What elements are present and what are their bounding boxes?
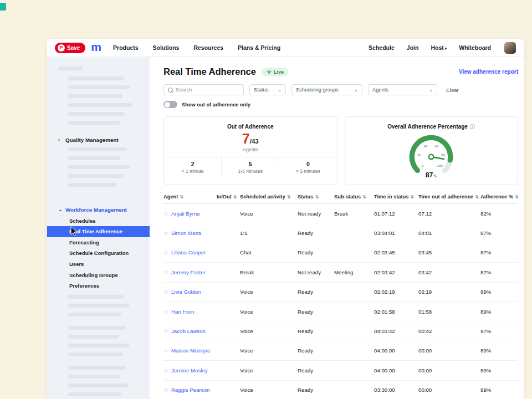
- agent-name-link[interactable]: Jerome Mosley: [171, 367, 208, 374]
- sidebar-item-real-time-adherence[interactable]: Real Time Adherence: [47, 226, 150, 237]
- gauge-tick-label: 40: [424, 144, 428, 148]
- star-icon[interactable]: ☆: [163, 387, 168, 393]
- column-label: Scheduled activity: [240, 194, 285, 200]
- search-input[interactable]: Search: [163, 84, 244, 95]
- scheduling-groups-dropdown[interactable]: Scheduling groups ⌄: [291, 84, 362, 95]
- table-row[interactable]: ☆ Simon Meza 1:1 Ready 03:04:01 04:01 87…: [163, 223, 518, 243]
- sidebar-item-quality-management[interactable]: › Quality Management: [47, 135, 150, 144]
- star-icon[interactable]: ☆: [163, 230, 168, 236]
- star-icon[interactable]: ☆: [163, 367, 168, 374]
- nav-item-solutions[interactable]: Solutions: [153, 44, 180, 51]
- table-row[interactable]: ☆ Hari Horn Voice Ready 02:01:58 01:58 8…: [163, 302, 518, 321]
- star-icon[interactable]: ☆: [163, 211, 168, 217]
- table-row[interactable]: ☆ Reggie Pearson Voice Ready 03:30:00 00…: [163, 381, 518, 399]
- sidebar-item-forecasting[interactable]: Forecasting: [47, 237, 150, 248]
- column-label: Time in status: [374, 194, 408, 200]
- table-row[interactable]: ☆ Jacob Lawson Voice Ready 04:03:42 00:4…: [163, 321, 518, 341]
- sidebar: › Quality Management ⌄ Workforce Managem…: [47, 57, 150, 399]
- column-header-scheduled-activity[interactable]: Scheduled activity⇅: [240, 194, 298, 200]
- nav-item-plans-pricing[interactable]: Plans & Pricing: [238, 44, 280, 51]
- star-icon[interactable]: ☆: [163, 309, 168, 315]
- column-header-agent[interactable]: Agent⇅: [163, 194, 217, 200]
- agent-name-link[interactable]: Simon Meza: [171, 230, 201, 236]
- gauge-chart: 020406080100 87%: [390, 129, 473, 183]
- out-count-value: 7: [242, 132, 250, 146]
- sort-icon[interactable]: ⇅: [475, 195, 479, 200]
- agent-name-link[interactable]: Jeremy Foster: [171, 269, 206, 275]
- nav-item-products[interactable]: Products: [113, 44, 139, 51]
- column-header-in-out[interactable]: In/Out⇅: [217, 194, 240, 200]
- top-navigation: P Save m Products Solutions Resources Pl…: [47, 39, 524, 57]
- adherence-percent-cell: 89%: [480, 387, 518, 393]
- skeleton-bar: [68, 366, 126, 370]
- skeleton-bar: [68, 174, 124, 178]
- column-header-time-out-of-adherence[interactable]: Time out of adherence⇅: [418, 194, 480, 200]
- sidebar-item-scheduling-groups[interactable]: Scheduling Groups: [47, 269, 150, 280]
- out-of-adherence-toggle[interactable]: [163, 101, 177, 108]
- sort-icon[interactable]: ⇅: [362, 195, 366, 200]
- agents-dropdown[interactable]: Agents ⌄: [368, 84, 437, 95]
- skeleton-bar: [68, 183, 117, 187]
- clear-filters-button[interactable]: Clear: [446, 87, 459, 93]
- star-icon[interactable]: ☆: [163, 328, 168, 334]
- sidebar-item-schedules[interactable]: Schedules: [47, 215, 150, 226]
- chevron-down-icon: ⌄: [429, 88, 433, 93]
- view-adherence-report-link[interactable]: View adherence report: [459, 69, 518, 75]
- gauge-tick-label: 80: [442, 153, 446, 157]
- nav-item-schedule[interactable]: Schedule: [369, 44, 395, 51]
- skeleton-bar: [68, 392, 121, 396]
- sidebar-item-users[interactable]: Users: [47, 258, 150, 269]
- adherence-percent-cell: 89%: [480, 309, 518, 315]
- nav-item-resources[interactable]: Resources: [193, 44, 223, 51]
- gauge-tick-label: 60: [435, 144, 439, 148]
- table-row[interactable]: ☆ Maison Mcintyre Voice Ready 04:00:00 0…: [163, 341, 518, 361]
- agent-name-link[interactable]: Anjali Byrne: [171, 211, 200, 217]
- table-row[interactable]: ☆ Anjali Byrne Voice Not ready Break 01:…: [163, 204, 518, 223]
- table-row[interactable]: ☆ Liliana Cooper Chat Ready 02:03:45 03:…: [163, 243, 518, 263]
- sort-icon[interactable]: ⇅: [315, 195, 319, 200]
- status-dropdown[interactable]: Status ⌄: [249, 84, 286, 95]
- agent-name-link[interactable]: Hari Horn: [171, 309, 194, 315]
- adherence-percent-cell: 89%: [480, 347, 518, 354]
- star-icon[interactable]: ☆: [163, 249, 168, 255]
- adherence-percent-cell: 89%: [480, 289, 518, 295]
- agent-name-link[interactable]: Maison Mcintyre: [171, 347, 211, 354]
- miro-logo[interactable]: m: [91, 40, 101, 54]
- pinterest-save-button[interactable]: P Save: [55, 43, 85, 53]
- sort-icon[interactable]: ⇅: [287, 195, 291, 200]
- nav-item-host[interactable]: Host▾: [431, 44, 447, 51]
- breakdown-value: 5: [222, 161, 279, 167]
- star-icon[interactable]: ☆: [163, 289, 168, 295]
- filter-bar: Search Status ⌄ Scheduling groups ⌄ Agen…: [163, 84, 518, 95]
- table-row[interactable]: ☆ Livia Golden Voice Ready 02:02:19 02:1…: [163, 283, 518, 302]
- sort-icon[interactable]: ⇅: [180, 195, 183, 200]
- sidebar-item-preferences[interactable]: Preferences: [47, 280, 150, 291]
- column-header-time-in-status[interactable]: Time in status⇅: [374, 194, 418, 200]
- column-header-adherence-[interactable]: Adherence %⇅: [480, 194, 518, 200]
- adherence-percent-cell: 87%: [480, 230, 518, 236]
- sidebar-item-workforce-management[interactable]: ⌄ Workforce Management: [47, 205, 150, 214]
- table-row[interactable]: ☆ Jerome Mosley Voice Ready 04:00:00 00:…: [163, 361, 518, 380]
- table-row[interactable]: ☆ Jeremy Foster Break Not ready Meeting …: [163, 263, 518, 282]
- sort-icon[interactable]: ⇅: [515, 195, 519, 200]
- column-header-status[interactable]: Status⇅: [298, 194, 334, 200]
- main-content: Real Time Adherence Live View adherence …: [150, 57, 524, 399]
- agent-name-link[interactable]: Liliana Cooper: [171, 249, 206, 255]
- agent-name-link[interactable]: Livia Golden: [171, 289, 201, 295]
- sort-icon[interactable]: ⇅: [410, 195, 414, 200]
- time-in-status-cell: 01:07:12: [374, 211, 418, 217]
- avatar[interactable]: [504, 42, 516, 54]
- column-label: Adherence %: [480, 194, 513, 200]
- nav-item-whiteboard[interactable]: Whiteboard: [459, 44, 491, 51]
- sort-icon[interactable]: ⇅: [233, 195, 237, 200]
- live-signal-icon: [267, 70, 272, 74]
- caret-down-icon: ▾: [445, 47, 447, 50]
- star-icon[interactable]: ☆: [163, 269, 168, 275]
- star-icon[interactable]: ☆: [163, 347, 168, 354]
- agent-name-link[interactable]: Reggie Pearson: [171, 387, 209, 393]
- agent-name-link[interactable]: Jacob Lawson: [171, 328, 206, 334]
- sidebar-item-schedule-configuration[interactable]: Schedule Configuration: [47, 248, 150, 259]
- column-header-sub-status[interactable]: Sub-status⇅: [334, 194, 374, 200]
- page-title: Real Time Adherence: [163, 66, 256, 77]
- nav-item-join[interactable]: Join: [407, 44, 419, 51]
